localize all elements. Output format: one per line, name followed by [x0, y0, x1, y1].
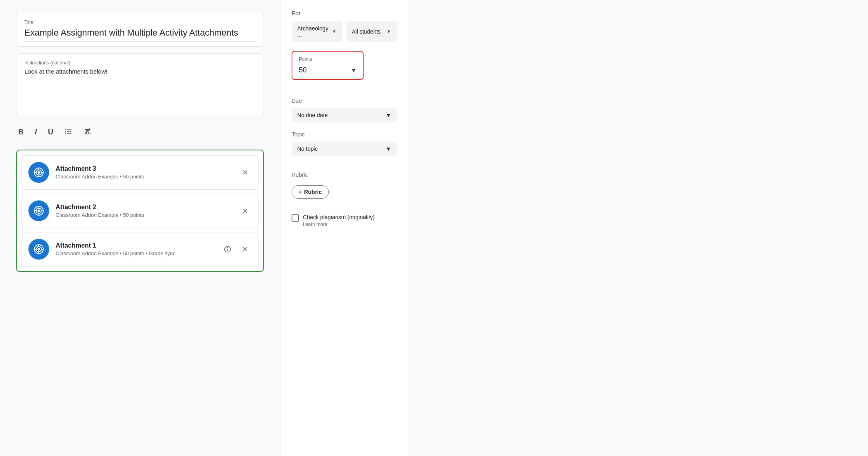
attachment-1-actions — [221, 243, 252, 256]
underline-button[interactable]: U — [46, 126, 56, 138]
topic-dropdown[interactable]: No topic ▼ — [292, 142, 397, 156]
topic-section: Topic No topic ▼ — [292, 131, 397, 156]
svg-point-20 — [38, 248, 40, 250]
points-label: Points — [299, 56, 356, 62]
attachment-2-icon — [28, 200, 49, 221]
due-dropdown[interactable]: No due date ▼ — [292, 108, 397, 122]
attachment-2-remove-button[interactable] — [239, 204, 252, 217]
students-dropdown-value: All students — [352, 28, 381, 35]
points-value-row: 50 ▼ — [299, 66, 356, 74]
attachment-1-remove-button[interactable] — [239, 243, 252, 256]
points-value[interactable]: 50 — [299, 66, 307, 74]
rubric-label: Rubric — [292, 172, 397, 178]
bold-button[interactable]: B — [16, 126, 26, 138]
class-dropdown[interactable]: Archaeology ... ▼ — [292, 21, 342, 42]
plagiarism-row: Check plagiarism (originality) Learn mor… — [292, 214, 397, 227]
attachment-1-info: Attachment 1 Classroom Addon Example • 5… — [56, 242, 215, 256]
due-dropdown-value: No due date — [297, 112, 328, 118]
plagiarism-label: Check plagiarism (originality) — [303, 214, 375, 220]
attachment-1-icon — [28, 239, 49, 260]
svg-point-4 — [65, 131, 66, 132]
title-section: Title Example Assignment with Multiple A… — [16, 13, 264, 47]
students-dropdown[interactable]: All students ▼ — [346, 21, 397, 42]
attachment-3-meta: Classroom Addon Example • 50 points — [56, 174, 232, 180]
rubric-section: Rubric + Rubric — [292, 172, 397, 205]
rubric-plus-icon: + — [298, 189, 302, 195]
title-input[interactable]: Example Assignment with Multiple Activit… — [24, 28, 256, 42]
plagiarism-info: Check plagiarism (originality) Learn mor… — [303, 214, 375, 227]
attachment-2-meta: Classroom Addon Example • 50 points — [56, 212, 232, 218]
for-row: Archaeology ... ▼ All students ▼ — [292, 21, 397, 42]
attachment-card-2: Attachment 2 Classroom Addon Example • 5… — [22, 194, 258, 228]
attachment-2-info: Attachment 2 Classroom Addon Example • 5… — [56, 204, 232, 218]
class-dropdown-chevron-icon: ▼ — [332, 29, 337, 34]
plagiarism-checkbox[interactable] — [292, 214, 299, 222]
italic-button[interactable]: I — [32, 126, 39, 138]
svg-point-16 — [38, 210, 40, 212]
due-section: Due No due date ▼ — [292, 98, 397, 122]
attachment-3-icon — [28, 162, 49, 183]
attachment-2-actions — [239, 204, 252, 217]
for-section: For Archaeology ... ▼ All students ▼ — [292, 10, 397, 42]
attachment-card-3: Attachment 3 Classroom Addon Example • 5… — [22, 155, 258, 190]
attachment-2-name: Attachment 2 — [56, 204, 232, 211]
attachment-1-name: Attachment 1 — [56, 242, 215, 249]
clear-format-button[interactable] — [81, 126, 94, 139]
rubric-button-label: Rubric — [304, 189, 322, 195]
points-box: Points 50 ▼ — [292, 51, 364, 80]
attachment-3-actions — [239, 166, 252, 179]
learn-more-link[interactable]: Learn more — [303, 222, 375, 227]
divider — [292, 165, 397, 165]
topic-label: Topic — [292, 131, 397, 138]
instructions-label: Instructions (optional) — [24, 60, 256, 66]
list-button[interactable] — [62, 126, 75, 139]
title-label: Title — [24, 20, 256, 25]
attachment-3-info: Attachment 3 Classroom Addon Example • 5… — [56, 165, 232, 180]
points-chevron-icon: ▼ — [351, 67, 356, 74]
class-dropdown-value: Archaeology ... — [297, 25, 332, 38]
due-label: Due — [292, 98, 397, 104]
attachment-1-info-button[interactable] — [221, 243, 234, 256]
instructions-section: Instructions (optional) Look at the atta… — [16, 53, 264, 115]
svg-point-12 — [38, 171, 40, 174]
attachment-card-1: Attachment 1 Classroom Addon Example • 5… — [22, 232, 258, 266]
attachment-3-name: Attachment 3 — [56, 165, 232, 172]
svg-point-3 — [65, 129, 66, 130]
svg-point-23 — [227, 248, 228, 248]
rubric-button[interactable]: + Rubric — [292, 185, 329, 199]
attachment-3-remove-button[interactable] — [239, 166, 252, 179]
svg-point-5 — [65, 133, 66, 134]
attachments-container: Attachment 3 Classroom Addon Example • 5… — [16, 150, 264, 272]
instructions-input[interactable]: Look at the attachments below! — [24, 68, 256, 75]
topic-dropdown-value: No topic — [297, 146, 318, 152]
attachment-1-meta: Classroom Addon Example • 50 points • Gr… — [56, 250, 215, 256]
students-dropdown-chevron-icon: ▼ — [386, 29, 391, 34]
due-chevron-icon: ▼ — [386, 112, 391, 118]
for-label: For — [292, 10, 397, 16]
formatting-toolbar: B I U — [16, 122, 264, 143]
topic-chevron-icon: ▼ — [386, 146, 391, 152]
points-section: Points 50 ▼ — [292, 51, 397, 89]
side-panel: For Archaeology ... ▼ All students ▼ Poi… — [280, 0, 408, 456]
